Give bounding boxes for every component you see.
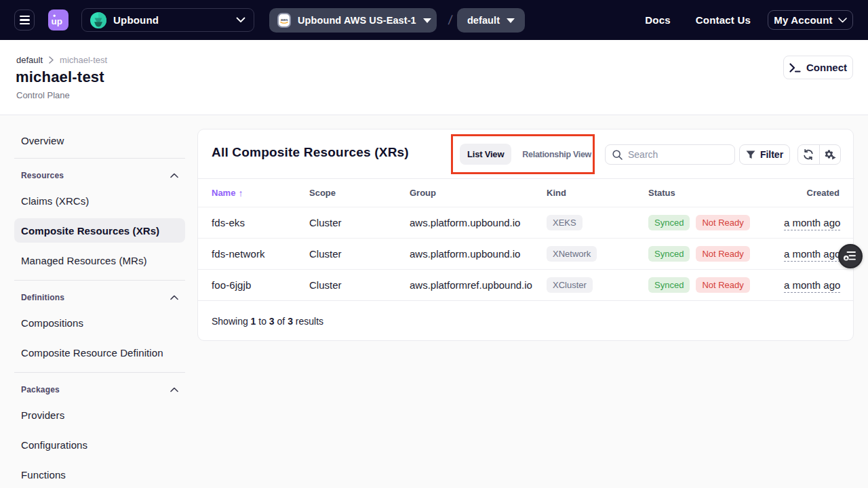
column-header-name[interactable]: Name ↑	[212, 188, 309, 199]
created-tooltip-text[interactable]: a month ago	[784, 217, 840, 230]
caret-down-icon	[507, 18, 515, 23]
up-logo-icon: up	[51, 14, 66, 27]
cell-status: SyncedNot Ready	[648, 277, 784, 293]
section-title: Definitions	[21, 293, 64, 302]
cell-kind: XNetwork	[547, 246, 648, 262]
filter-label: Filter	[760, 149, 783, 160]
sort-ascending-icon: ↑	[238, 188, 243, 199]
sidebar-item-composite-resources[interactable]: Composite Resources (XRs)	[14, 218, 185, 243]
cell-group: aws.platformref.upbound.io	[410, 279, 547, 291]
sidebar-item-configurations[interactable]: Configurations	[14, 432, 185, 457]
survey-list-icon	[844, 250, 857, 262]
column-header-group[interactable]: Group	[410, 188, 547, 198]
results-to-word: to	[258, 316, 267, 327]
sidebar-section-definitions[interactable]: Definitions	[14, 287, 185, 308]
cell-status: SyncedNot Ready	[648, 215, 784, 230]
column-header-scope[interactable]: Scope	[309, 188, 410, 198]
breadcrumb-chevron-icon	[49, 56, 54, 64]
my-account-label: My Account	[774, 14, 832, 26]
sidebar-item-managed-resources[interactable]: Managed Resources (MRs)	[14, 248, 185, 272]
cell-scope: Cluster	[309, 217, 410, 228]
sidebar-item-providers[interactable]: Providers	[14, 403, 185, 427]
table-row[interactable]: fds-network Cluster aws.platform.upbound…	[198, 238, 853, 269]
sidebar-divider	[14, 372, 185, 373]
connect-label: Connect	[806, 62, 847, 73]
cell-created: a month ago	[784, 217, 840, 228]
kind-badge: XNetwork	[547, 246, 597, 262]
search-icon	[612, 150, 623, 160]
column-header-created[interactable]: Created	[784, 188, 840, 198]
cell-status: SyncedNot Ready	[648, 246, 784, 262]
search-input[interactable]	[628, 149, 723, 160]
contact-us-link[interactable]: Contact Us	[696, 14, 751, 26]
refresh-button[interactable]	[798, 145, 819, 164]
chevron-up-icon	[170, 173, 178, 178]
sidebar-section-packages[interactable]: Packages	[14, 380, 185, 400]
control-plane-selector[interactable]: aws Upbound AWS US-East-1	[269, 8, 437, 33]
terminal-icon	[789, 63, 801, 73]
panel-title: All Composite Resources (XRs)	[212, 145, 409, 160]
not-ready-badge: Not Ready	[696, 277, 749, 293]
kind-badge: XCluster	[547, 277, 593, 293]
docs-link[interactable]: Docs	[645, 14, 670, 26]
relationship-view-tab[interactable]: Relationship View	[511, 144, 602, 165]
caret-down-icon	[423, 18, 431, 23]
list-view-tab[interactable]: List View	[460, 144, 511, 165]
column-header-status[interactable]: Status	[648, 188, 784, 198]
group-name: default	[467, 15, 500, 26]
results-summary: Showing 1 to 3 of 3 results	[212, 316, 323, 327]
breadcrumb-slash: /	[443, 9, 458, 30]
filter-funnel-icon	[746, 150, 755, 159]
created-tooltip-text[interactable]: a month ago	[784, 248, 840, 262]
sidebar-item-composite-resource-definition[interactable]: Composite Resource Definition	[14, 340, 185, 365]
refresh-icon	[803, 149, 814, 160]
synced-badge: Synced	[648, 246, 690, 262]
breadcrumb-parent[interactable]: default	[16, 55, 43, 65]
filter-button[interactable]: Filter	[739, 144, 790, 165]
cell-created: a month ago	[784, 279, 840, 291]
sidebar-section-resources[interactable]: Resources	[14, 165, 185, 186]
upbound-logo[interactable]: up	[48, 9, 68, 30]
sidebar-divider	[14, 280, 185, 281]
chevron-up-icon	[170, 387, 178, 392]
page-header: default michael-test michael-test Contro…	[0, 40, 868, 115]
results-to: 3	[269, 316, 275, 327]
auto-refresh-settings-button[interactable]	[820, 145, 841, 164]
table-row[interactable]: foo-6jgjb Cluster aws.platformref.upboun…	[198, 269, 853, 300]
synced-badge: Synced	[648, 215, 690, 230]
hamburger-menu-button[interactable]	[14, 9, 35, 30]
table-row[interactable]: fds-eks Cluster aws.platform.upbound.io …	[198, 207, 853, 238]
column-label: Name	[212, 188, 235, 198]
column-header-kind[interactable]: Kind	[547, 188, 648, 198]
refresh-controls	[797, 144, 841, 165]
chevron-up-icon	[170, 295, 178, 300]
cell-scope: Cluster	[309, 279, 410, 291]
cell-kind: XCluster	[547, 277, 648, 293]
sidebar-divider	[14, 158, 185, 159]
organization-name: Upbound	[113, 14, 159, 26]
cell-group: aws.platform.upbound.io	[410, 217, 547, 228]
my-account-button[interactable]: My Account	[768, 10, 853, 30]
organization-avatar	[90, 12, 106, 28]
cell-name: foo-6jgjb	[212, 279, 309, 291]
results-suffix: results	[296, 316, 323, 327]
sidebar-navigation: Overview Resources Claims (XRCs) Composi…	[14, 128, 185, 488]
table-footer: Showing 1 to 3 of 3 results	[198, 300, 853, 341]
section-title: Packages	[21, 385, 60, 394]
feedback-widget-button[interactable]	[838, 244, 863, 268]
sidebar-item-compositions[interactable]: Compositions	[14, 310, 185, 335]
kind-badge: XEKS	[547, 215, 583, 230]
breadcrumb: default michael-test	[16, 55, 107, 65]
results-prefix: Showing	[212, 316, 248, 327]
sidebar-item-overview[interactable]: Overview	[14, 128, 185, 152]
connect-button[interactable]: Connect	[783, 56, 853, 79]
sidebar-item-functions[interactable]: Functions	[14, 462, 185, 487]
cell-name: fds-eks	[212, 217, 309, 228]
group-selector[interactable]: default	[457, 8, 525, 33]
created-tooltip-text[interactable]: a month ago	[784, 279, 840, 293]
synced-badge: Synced	[648, 277, 690, 293]
organization-selector[interactable]: Upbound	[81, 8, 254, 32]
sidebar-item-claims[interactable]: Claims (XRCs)	[14, 188, 185, 213]
chevron-down-icon	[236, 17, 245, 23]
top-navigation-bar: up Upbound aws Upbound AWS US-East-1 / d…	[0, 0, 868, 40]
